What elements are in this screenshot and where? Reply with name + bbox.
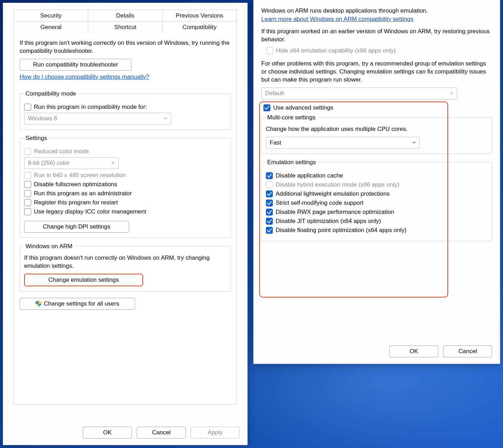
tab-compatibility[interactable]: Compatibility [163, 21, 237, 33]
color-depth-value: 8-bit (256) color [28, 160, 70, 167]
hide-x64-row: Hide x64 emulation capability (x86 apps … [266, 47, 492, 54]
emulation-option-checkbox[interactable] [266, 172, 273, 179]
disable-fullscreen-label: Disable fullscreen optimizations [34, 181, 117, 188]
hide-x64-checkbox [266, 47, 273, 54]
emulation-option-checkbox[interactable] [266, 218, 273, 225]
emulation-option-checkbox[interactable] [266, 227, 273, 234]
preset-select-value: Default [265, 90, 284, 97]
emulation-option-row[interactable]: Additional lightweight emulation protect… [266, 190, 488, 197]
apply-button[interactable]: Apply [191, 427, 240, 439]
compat-mode-row[interactable]: Run this program in compatibility mode f… [24, 104, 226, 111]
arm-emulation-text: Windows on ARM runs desktop applications… [261, 7, 492, 15]
emulation-option-checkbox [266, 181, 273, 188]
disable-fullscreen-checkbox[interactable] [24, 181, 31, 188]
chevron-down-icon [412, 142, 416, 144]
legacy-icc-label: Use legacy display ICC color management [34, 208, 146, 215]
emulation-option-row[interactable]: Disable floating point optimization (x64… [266, 227, 488, 234]
emulation-option-checkbox[interactable] [266, 190, 273, 197]
emulation-option-row: Disable hybrid execution mode (x86 apps … [266, 181, 488, 188]
run-admin-label: Run this program as an administrator [34, 190, 132, 197]
emulation-option-label: Disable application cache [276, 172, 343, 179]
register-restart-row[interactable]: Register this program for restart [24, 199, 226, 206]
multicore-select-value: Fast [270, 139, 281, 146]
tab-details[interactable]: Details [88, 10, 162, 21]
reduced-color-row: Reduced color mode [24, 148, 226, 155]
legacy-icc-checkbox[interactable] [24, 208, 31, 215]
change-emulation-settings-button[interactable]: Change emulation settings [24, 274, 143, 286]
run-640-checkbox [24, 172, 31, 179]
cancel-button[interactable]: Cancel [443, 345, 492, 357]
reduced-color-checkbox [24, 148, 31, 155]
reduced-color-label: Reduced color mode [34, 148, 89, 155]
chevron-down-icon [164, 118, 167, 120]
windows-on-arm-legend: Windows on ARM [24, 243, 74, 250]
arm-desc: If this program doesn't run correctly on… [24, 254, 226, 270]
disable-fullscreen-row[interactable]: Disable fullscreen optimizations [24, 181, 226, 188]
use-advanced-checkbox[interactable] [263, 104, 270, 111]
run-640-label: Run in 640 x 480 screen resolution [34, 172, 126, 179]
compatibility-mode-legend: Compatibility mode [24, 90, 78, 97]
emulation-option-row[interactable]: Strict self-modifying code support [266, 200, 488, 206]
legacy-icc-row[interactable]: Use legacy display ICC color management [24, 208, 226, 215]
properties-dialog: Security Details Previous Versions Gener… [3, 3, 248, 445]
emulation-settings-dialog: Windows on ARM runs desktop applications… [253, 0, 500, 364]
emulation-option-label: Disable RWX page performance optimizatio… [276, 209, 394, 216]
chevron-down-icon [450, 92, 453, 94]
intro-text: If this program isn't working correctly … [20, 39, 231, 55]
chevron-down-icon [111, 162, 115, 164]
emulation-option-row[interactable]: Disable RWX page performance optimizatio… [266, 209, 488, 216]
register-restart-checkbox[interactable] [24, 199, 31, 206]
emulation-option-checkbox[interactable] [266, 200, 273, 206]
compatibility-panel: If this program isn't working correctly … [14, 33, 237, 405]
dialog-footer: OK Cancel Apply [83, 427, 240, 439]
change-settings-all-users-button[interactable]: Change settings for all users [20, 298, 135, 310]
emulation-option-checkbox[interactable] [266, 209, 273, 216]
tab-general[interactable]: General [14, 21, 88, 33]
cancel-button[interactable]: Cancel [137, 427, 186, 439]
compatibility-mode-group: Compatibility mode Run this program in c… [20, 90, 231, 130]
use-advanced-row[interactable]: Use advanced settings [263, 104, 492, 111]
multicore-group: Multi-core settings Change how the appli… [261, 114, 492, 154]
emulation-option-row[interactable]: Disable JIT optimization (x64 apps only) [266, 218, 488, 225]
emulation-option-label: Strict self-modifying code support [276, 200, 363, 206]
shield-icon [35, 301, 42, 307]
settings-legend: Settings [24, 135, 48, 142]
compat-mode-select[interactable]: Windows 8 [24, 113, 171, 125]
tabstrip: Security Details Previous Versions Gener… [14, 10, 237, 405]
emulation-option-label: Disable floating point optimization (x64… [276, 227, 406, 234]
multicore-legend: Multi-core settings [266, 114, 317, 121]
compat-mode-checkbox[interactable] [24, 104, 31, 111]
learn-more-link[interactable]: Learn more about Windows on ARM compatib… [261, 16, 413, 23]
emulation-option-row[interactable]: Disable application cache [266, 172, 488, 179]
preset-select[interactable]: Default [261, 88, 457, 99]
tab-security[interactable]: Security [14, 10, 88, 21]
emulation-option-label: Additional lightweight emulation protect… [276, 190, 390, 197]
emulation-option-label: Disable hybrid execution mode (x86 apps … [276, 181, 399, 188]
color-depth-select: 8-bit (256) color [24, 157, 119, 169]
other-problems-text: For other problems with this program, tr… [261, 60, 492, 84]
ok-button[interactable]: OK [83, 427, 132, 439]
settings-group: Settings Reduced color mode 8-bit (256) … [20, 135, 231, 238]
change-settings-all-users-label: Change settings for all users [44, 300, 119, 307]
run-admin-checkbox[interactable] [24, 190, 31, 197]
dialog-footer: OK Cancel [389, 345, 492, 357]
compat-mode-label: Run this program in compatibility mode f… [34, 104, 147, 111]
how-to-choose-link[interactable]: How do I choose compatibility settings m… [20, 74, 149, 80]
run-640-row: Run in 640 x 480 screen resolution [24, 172, 226, 179]
emulation-option-label: Disable JIT optimization (x64 apps only) [276, 218, 381, 225]
emulation-settings-group: Emulation settings Disable application c… [261, 159, 492, 241]
change-high-dpi-button[interactable]: Change high DPI settings [24, 221, 129, 233]
hide-x64-label: Hide x64 emulation capability (x86 apps … [276, 47, 396, 54]
multicore-desc: Change how the application uses multiple… [266, 125, 488, 133]
tab-previous-versions[interactable]: Previous Versions [163, 10, 237, 21]
run-troubleshooter-button[interactable]: Run compatibility troubleshooter [20, 59, 132, 71]
run-admin-row[interactable]: Run this program as an administrator [24, 190, 226, 197]
use-advanced-label: Use advanced settings [273, 104, 333, 111]
tab-shortcut[interactable]: Shortcut [88, 21, 162, 33]
windows-on-arm-group: Windows on ARM If this program doesn't r… [20, 243, 231, 292]
restore-previous-text: If this program worked on an earlier ver… [261, 28, 492, 44]
multicore-select[interactable]: Fast [266, 137, 420, 149]
compat-mode-select-value: Windows 8 [28, 115, 57, 122]
register-restart-label: Register this program for restart [34, 199, 118, 206]
ok-button[interactable]: OK [389, 345, 438, 357]
